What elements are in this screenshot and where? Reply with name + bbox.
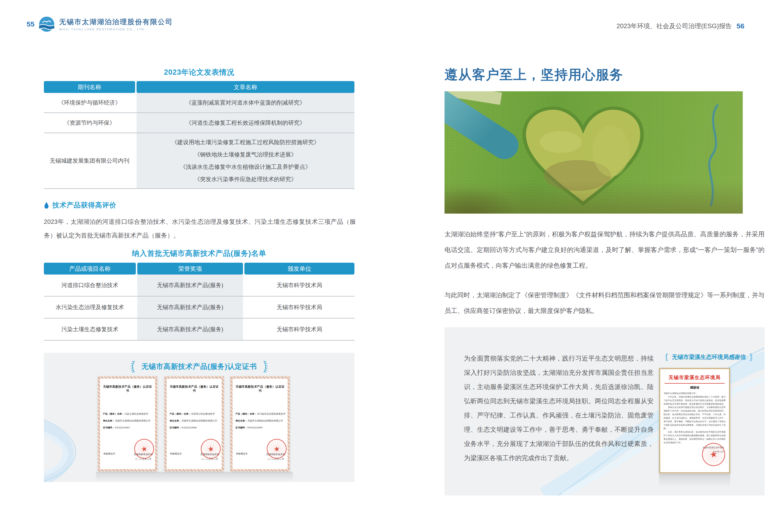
article-line: 《建设用地土壤污染修复工程施工过程风险防控措施研究》 bbox=[172, 136, 319, 148]
laurel-right-icon bbox=[749, 353, 753, 361]
field-value: 无锡市太湖湖泊治理股份有限公司 bbox=[247, 419, 283, 422]
hightech-table: 产品或项目名称 荣誉奖项 颁发单位 河道排口综合整治技术 无锡市高新技术产品(服… bbox=[44, 263, 355, 341]
letter-title: 无锡市梁溪生态环境局 bbox=[664, 374, 726, 381]
field-label: 证书编号： bbox=[103, 426, 115, 429]
customer-paragraph-1: 太湖湖泊始终坚持“客户至上”的原则，积极为客户权益保驾护航，持续为客户提供高品质… bbox=[445, 226, 764, 273]
letter-body: 无锡市太湖湖泊治理股份有限公司： 今年以来，无锡市梁溪区全面贯彻落实党的二十大精… bbox=[664, 392, 726, 445]
company-name-cn: 无锡市太湖湖泊治理股份有限公司 bbox=[59, 17, 173, 27]
page-title: 遵从客户至上，坚持用心服务 bbox=[445, 66, 623, 84]
field-value: 水污染生态治理及修复技术 bbox=[257, 413, 285, 415]
product-cell: 水污染生态治理及修复技术 bbox=[44, 297, 136, 318]
field-value: 无锡市太湖湖泊治理股份有限公司 bbox=[115, 419, 150, 422]
laurel-left-icon bbox=[664, 353, 669, 361]
certificates-heading: 无锡市高新技术产品(服务)认定证书 bbox=[44, 360, 355, 373]
field-label: 单位名称： bbox=[169, 419, 181, 422]
issuer-cell: 无锡市科学技术局 bbox=[245, 319, 355, 340]
papers-table: 期刊名称 文章名称 《环境保护与循环经济》 《蓝藻削减装置对河道水体中蓝藻的削减… bbox=[44, 81, 355, 189]
table-row: 水污染生态治理及修复技术 无锡市高新技术产品(服务) 无锡市科学技术局 bbox=[44, 297, 355, 319]
col-product: 产品或项目名称 bbox=[44, 263, 136, 275]
right-page-header: 2023年环境、社会及公司治理(ESG)报告 56 bbox=[617, 22, 745, 30]
esg-report-spread: 55 无锡市太湖湖泊治理股份有限公司 WUXI TAIHU LAKE RESTO… bbox=[0, 0, 784, 532]
letter-label: 无锡市梁溪生态环境局感谢信 bbox=[653, 353, 764, 361]
company-name-block: 无锡市太湖湖泊治理股份有限公司 WUXI TAIHU LAKE RESTORAT… bbox=[59, 17, 173, 31]
field-label: 证书编号： bbox=[235, 426, 247, 429]
table-row: 污染土壤生态修复技术 无锡市高新技术产品(服务) 无锡市科学技术局 bbox=[44, 319, 355, 341]
heart-forest-photo bbox=[445, 91, 743, 214]
award-cell: 无锡市高新技术产品(服务) bbox=[137, 319, 243, 340]
field-value: WX2022G0667 bbox=[115, 426, 130, 429]
laurel-left-icon bbox=[129, 360, 137, 373]
col-award: 荣誉奖项 bbox=[137, 263, 243, 275]
customer-paragraph-2: 与此同时，太湖湖泊制定了《保密管理制度》《文件材料归档范围和档案保管期限管理规定… bbox=[445, 287, 764, 319]
letter-salutation: 无锡市太湖湖泊治理股份有限公司： bbox=[664, 392, 726, 395]
certificate-fields: 产品（服务）名称：污染土壤生态修复技术 单位名称：无锡市太湖湖泊治理股份有限公司… bbox=[103, 412, 153, 433]
article-line: 《突发水污染事件应急处理技术的研究》 bbox=[194, 173, 297, 186]
certificate-validity: 有效期伍年 bbox=[236, 452, 248, 461]
journal-cell: 无锡城建发展集团有限公司内刊 bbox=[44, 133, 135, 188]
product-cell: 河道排口综合整治技术 bbox=[44, 275, 136, 296]
tech-paragraph: 2023年，太湖湖泊的河道排口综合整治技术、水污染生态治理及修复技术、污染土壤生… bbox=[44, 215, 356, 242]
journal-cell: 《环境保护与循环经济》 bbox=[44, 93, 135, 112]
issuer-cell: 无锡市科学技术局 bbox=[245, 297, 355, 318]
hightech-table-title: 纳入首批无锡市高新技术产品(服务)名单 bbox=[44, 248, 355, 258]
field-value: WX2022G0668 bbox=[181, 426, 197, 429]
field-value: WX2022G0669 bbox=[247, 426, 262, 429]
certificates-reflection bbox=[96, 472, 293, 481]
company-logo-icon bbox=[39, 16, 55, 32]
article-cell: 《蓝藻削减装置对河道水体中蓝藻的削减研究》 bbox=[137, 93, 355, 112]
letter-reflection bbox=[659, 474, 730, 487]
photo-shading bbox=[445, 91, 743, 214]
field-value: 污染土壤生态修复技术 bbox=[124, 413, 148, 415]
certificate-title: 无锡市高新技术产品（服务）认定证书 bbox=[234, 385, 286, 393]
letter-paragraph: 贵单位充分发挥市属国企责任担当意识，主动服务我区生态环境保护工作大局，先后选派徐… bbox=[664, 405, 726, 430]
red-seal-icon: ★ bbox=[700, 441, 727, 468]
certificate-validity: 有效期伍年 bbox=[170, 452, 182, 461]
field-label: 产品（服务）名称： bbox=[235, 413, 257, 415]
laurel-right-icon bbox=[261, 360, 269, 373]
hightech-table-header: 产品或项目名称 荣誉奖项 颁发单位 bbox=[44, 263, 355, 275]
certificate-title: 无锡市高新技术产品（服务）认定证书 bbox=[169, 385, 220, 393]
field-value: 无锡市太湖湖泊治理股份有限公司 bbox=[181, 419, 217, 422]
certificate: 无锡市高新技术产品（服务）认定证书 产品（服务）名称：污染土壤生态修复技术 单位… bbox=[98, 376, 157, 471]
papers-table-header: 期刊名称 文章名称 bbox=[44, 81, 355, 93]
company-name-en: WUXI TAIHU LAKE RESTORATION CO., LTD bbox=[59, 28, 173, 31]
papers-table-title: 2023年论文发表情况 bbox=[44, 67, 355, 77]
field-label: 单位名称： bbox=[235, 419, 247, 422]
tech-heading-text: 技术产品获得高评价 bbox=[52, 201, 116, 210]
papers-col-journal: 期刊名称 bbox=[44, 81, 135, 93]
certificates-card: 无锡市高新技术产品(服务)认定证书 无锡市高新技术产品（服务）认定证书 产品（服… bbox=[44, 353, 355, 482]
field-label: 产品（服务）名称： bbox=[103, 413, 124, 415]
table-row: 《环境保护与循环经济》 《蓝藻削减装置对河道水体中蓝藻的削减研究》 bbox=[44, 93, 355, 113]
letter-subtitle: 感谢信 bbox=[664, 386, 726, 390]
certificates-heading-text: 无锡市高新技术产品(服务)认定证书 bbox=[142, 362, 257, 371]
col-issuer: 颁发单位 bbox=[245, 263, 355, 275]
article-cell: 《河道生态修复工程长效运维保障机制的研究》 bbox=[137, 113, 355, 133]
award-cell: 无锡市高新技术产品(服务) bbox=[137, 275, 243, 296]
certificate-fields: 产品（服务）名称：河道排口综合整治技术 单位名称：无锡市太湖湖泊治理股份有限公司… bbox=[169, 412, 219, 433]
left-page-header: 55 无锡市太湖湖泊治理股份有限公司 WUXI TAIHU LAKE RESTO… bbox=[27, 15, 173, 33]
letter-label-text: 无锡市梁溪生态环境局感谢信 bbox=[672, 353, 746, 361]
article-line: 《浅谈水生态修复中水生植物设计施工及养护要点》 bbox=[180, 161, 311, 173]
field-label: 证书编号： bbox=[169, 426, 181, 429]
thank-you-letter: 无锡市梁溪生态环境局 感谢信 无锡市太湖湖泊治理股份有限公司： 今年以来，无锡市… bbox=[659, 368, 730, 473]
field-label: 单位名称： bbox=[103, 419, 115, 422]
report-title: 2023年环境、社会及公司治理(ESG)报告 bbox=[617, 22, 732, 30]
letter-divider bbox=[665, 383, 725, 384]
letter-paragraph: 今年以来，无锡市梁溪区全面贯彻落实党的二十大精神，践行习近平生态文明思想，持续深… bbox=[664, 395, 726, 406]
award-cell: 无锡市高新技术产品(服务) bbox=[137, 297, 243, 318]
field-value: 河道排口综合整治技术 bbox=[191, 413, 215, 415]
certificate-title: 无锡市高新技术产品（服务）认定证书 bbox=[102, 385, 153, 393]
certificate: 无锡市高新技术产品（服务）认定证书 产品（服务）名称：河道排口综合整治技术 单位… bbox=[165, 376, 224, 471]
journal-cell: 《资源节约与环保》 bbox=[44, 113, 135, 133]
article-cell: 《建设用地土壤污染修复工程施工过程风险防控措施研究》 《钢铁地块土壤修复废气治理… bbox=[137, 133, 355, 188]
certificate-validity: 有效期伍年 bbox=[103, 452, 115, 461]
letter-paragraph: 在此，谨向贵单位及陆弘昕、徐治凯同志给予我区生态环境保护工作的大力支持与帮助致以… bbox=[664, 430, 726, 444]
table-row: 河道排口综合整治技术 无锡市高新技术产品(服务) 无锡市科学技术局 bbox=[44, 275, 355, 297]
liangxi-story-card: 为全面贯彻落实党的二十大精神，践行习近平生态文明思想，持续深入打好污染防治攻坚战… bbox=[445, 327, 764, 496]
certificate: 无锡市高新技术产品（服务）认定证书 产品（服务）名称：水污染生态治理及修复技术 … bbox=[230, 376, 290, 471]
table-row: 《资源节约与环保》 《河道生态修复工程长效运维保障机制的研究》 bbox=[44, 113, 355, 133]
certificate-fields: 产品（服务）名称：水污染生态治理及修复技术 单位名称：无锡市太湖湖泊治理股份有限… bbox=[235, 412, 285, 433]
field-label: 产品（服务）名称： bbox=[169, 413, 191, 415]
right-page-number: 56 bbox=[736, 22, 745, 30]
tech-section-heading: 技术产品获得高评价 bbox=[44, 201, 116, 210]
